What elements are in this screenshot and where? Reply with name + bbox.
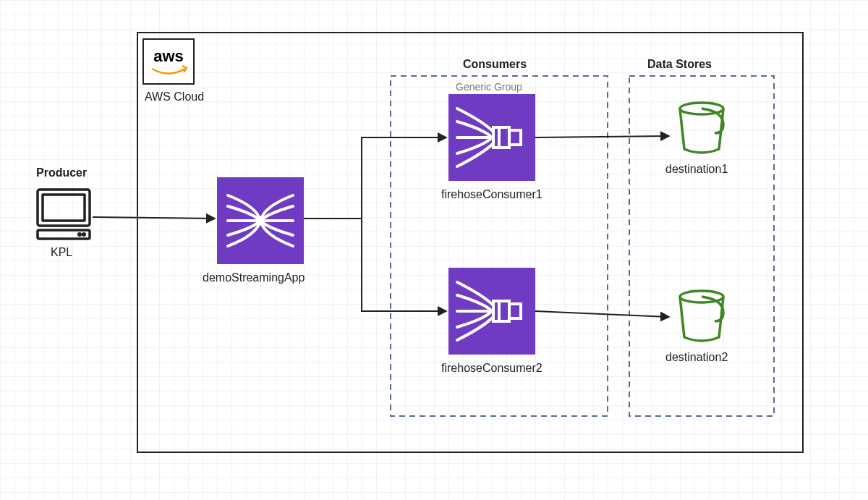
consumers-group-watermark: Generic Group	[456, 81, 522, 93]
svg-text:aws: aws	[153, 47, 184, 65]
producer-label: KPL	[51, 246, 72, 259]
s3-bucket1-icon	[680, 103, 723, 153]
firehose-consumer1-icon	[448, 94, 535, 181]
s3-bucket2-icon	[680, 291, 723, 341]
arrow-stream-consumer2	[304, 219, 446, 311]
producer-computer-icon	[38, 190, 90, 239]
dest1-label: destination1	[665, 163, 728, 176]
data-stores-heading: Data Stores	[647, 58, 712, 71]
arrow-consumer1-dest1	[535, 136, 668, 137]
consumer2-label: firehoseConsumer2	[441, 362, 542, 375]
dest2-label: destination2	[665, 351, 728, 364]
consumers-heading: Consumers	[463, 58, 527, 71]
arrow-producer-stream	[93, 217, 214, 219]
data-stores-group	[629, 76, 774, 416]
arrow-stream-consumer1	[304, 137, 446, 219]
producer-heading: Producer	[36, 166, 87, 179]
firehose-consumer2-icon	[448, 268, 535, 355]
consumer1-label: firehoseConsumer1	[441, 188, 542, 201]
arrow-consumer2-dest2	[535, 311, 668, 317]
stream-label: demoStreamingApp	[203, 271, 305, 284]
kinesis-stream-icon	[217, 177, 304, 264]
aws-cloud-label: AWS Cloud	[145, 90, 204, 103]
aws-badge: aws	[143, 39, 194, 84]
